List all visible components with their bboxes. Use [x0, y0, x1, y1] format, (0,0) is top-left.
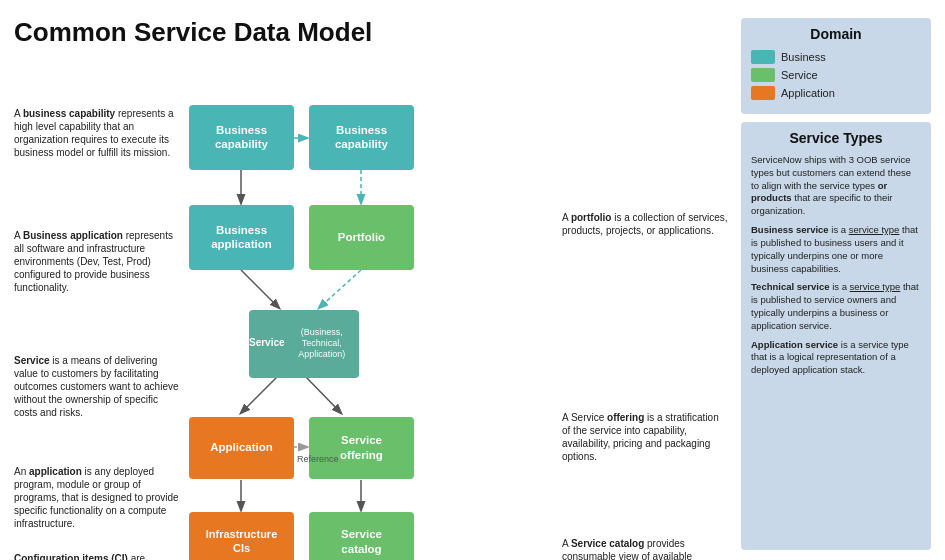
swatch-business	[751, 50, 775, 64]
box-business-capability-2: Businesscapability	[309, 105, 414, 170]
domain-box: Domain Business Service Application	[741, 18, 931, 114]
legend-label-application: Application	[781, 87, 835, 99]
legend-label-business: Business	[781, 51, 826, 63]
box-infrastructure-cis: InfrastructureCIs	[189, 512, 294, 560]
legend-label-service: Service	[781, 69, 818, 81]
svg-line-6	[304, 375, 341, 413]
diagram-inner: Businesscapability Businesscapability Bu…	[189, 57, 554, 560]
annotation-capability: A business capability represents a high …	[14, 107, 183, 159]
page-title: Common Service Data Model	[14, 18, 729, 47]
box-service-offering: Serviceoffering	[309, 417, 414, 479]
box-service-catalog: Servicecatalog	[309, 512, 414, 560]
annotation-portfolio: A portfolio is a collection of services,…	[562, 211, 729, 237]
reference-label: Reference	[297, 454, 339, 464]
right-annotations: A portfolio is a collection of services,…	[554, 57, 729, 560]
service-types-content: ServiceNow ships with 3 OOB service type…	[751, 154, 921, 377]
legend-item-service: Service	[751, 68, 921, 82]
svg-line-2	[241, 270, 279, 308]
annotation-service: Service is a means of delivering value t…	[14, 354, 183, 419]
annotation-application: An application is any deployed program, …	[14, 465, 183, 530]
annotation-ci: Configuration items (CI) are physical an…	[14, 552, 183, 560]
domain-title: Domain	[751, 26, 921, 42]
legend-item-business: Business	[751, 50, 921, 64]
box-business-application: Businessapplication	[189, 205, 294, 270]
swatch-service	[751, 68, 775, 82]
right-panel: Domain Business Service Application Serv…	[741, 18, 931, 550]
annotation-service-catalog: A Service catalog provides consumable vi…	[562, 537, 729, 560]
svg-line-5	[241, 375, 279, 413]
annotation-service-offering: A Service offering is a stratification o…	[562, 411, 729, 463]
service-types-box: Service Types ServiceNow ships with 3 OO…	[741, 122, 931, 550]
st-para-4: Application service is a service type th…	[751, 339, 921, 377]
st-para-1: ServiceNow ships with 3 OOB service type…	[751, 154, 921, 218]
svg-line-4	[319, 270, 361, 308]
diagram-area: Businesscapability Businesscapability Bu…	[189, 57, 554, 560]
st-para-2: Business service is a service type that …	[751, 224, 921, 275]
legend-item-application: Application	[751, 86, 921, 100]
box-portfolio: Portfolio	[309, 205, 414, 270]
box-service: Service(Business, Technical,Application)	[249, 310, 359, 378]
annotation-business-application: A Business application represents all so…	[14, 229, 183, 294]
swatch-application	[751, 86, 775, 100]
left-annotations: A business capability represents a high …	[14, 57, 189, 560]
box-application: Application	[189, 417, 294, 479]
service-types-title: Service Types	[751, 130, 921, 146]
st-para-3: Technical service is a service type that…	[751, 281, 921, 332]
box-business-capability-1: Businesscapability	[189, 105, 294, 170]
